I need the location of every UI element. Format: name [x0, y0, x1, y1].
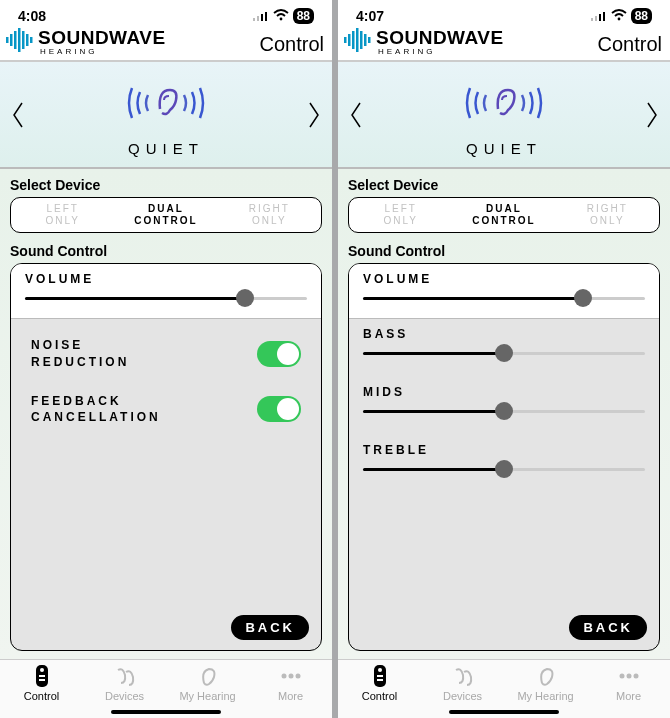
status-icons: 88 — [591, 8, 652, 24]
segment-right-only[interactable]: RIGHT ONLY — [218, 198, 321, 232]
treble-label: TREBLE — [363, 443, 645, 457]
noise-reduction-label: NOISE REDUCTION — [31, 337, 129, 371]
tab-devices-label: Devices — [105, 690, 144, 702]
bass-label: BASS — [363, 327, 645, 341]
page-title: Control — [260, 33, 324, 56]
svg-rect-9 — [22, 31, 25, 49]
tab-control-label: Control — [24, 690, 59, 702]
svg-rect-25 — [348, 34, 351, 46]
device-segmented: LEFT ONLY DUAL CONTROL RIGHT ONLY — [348, 197, 660, 233]
select-device-title: Select Device — [348, 177, 660, 193]
wifi-icon — [273, 8, 289, 24]
tab-more-label: More — [278, 690, 303, 702]
content-area: Select Device LEFT ONLY DUAL CONTROL RIG… — [338, 169, 670, 659]
mode-prev-button[interactable] — [10, 100, 26, 134]
segment-right-only[interactable]: RIGHT ONLY — [556, 198, 659, 232]
svg-rect-29 — [364, 34, 367, 46]
mode-next-button[interactable] — [306, 100, 322, 134]
more-icon — [617, 664, 641, 688]
home-indicator[interactable] — [111, 710, 221, 714]
svg-rect-28 — [360, 31, 363, 49]
tab-hearing-label: My Hearing — [179, 690, 235, 702]
noise-reduction-toggle[interactable] — [257, 341, 301, 367]
hearing-aid-icon — [113, 664, 137, 688]
remote-icon — [35, 664, 49, 688]
svg-rect-10 — [26, 34, 29, 46]
tab-control[interactable]: Control — [338, 664, 421, 702]
tab-more[interactable]: More — [249, 664, 332, 702]
brand-sub: HEARING — [40, 48, 166, 56]
svg-rect-8 — [18, 28, 21, 52]
tab-devices-label: Devices — [443, 690, 482, 702]
ear-mode-icon — [464, 76, 544, 134]
sound-control-title: Sound Control — [10, 243, 322, 259]
svg-rect-5 — [6, 37, 9, 43]
page-title: Control — [598, 33, 662, 56]
battery-badge: 88 — [631, 8, 652, 24]
svg-rect-21 — [599, 14, 601, 21]
volume-slider[interactable] — [363, 288, 645, 308]
status-icons: 88 — [253, 8, 314, 24]
volume-label: VOLUME — [25, 272, 307, 286]
brand-main: SOUNDWAVE — [376, 28, 504, 47]
tab-devices[interactable]: Devices — [421, 664, 504, 702]
volume-slider[interactable] — [25, 288, 307, 308]
segment-left-only[interactable]: LEFT ONLY — [349, 198, 452, 232]
ear-icon — [198, 664, 218, 688]
segment-dual-control[interactable]: DUAL CONTROL — [452, 198, 555, 232]
feedback-cancellation-toggle[interactable] — [257, 396, 301, 422]
brand-main: SOUNDWAVE — [38, 28, 166, 47]
svg-point-23 — [617, 18, 620, 21]
svg-rect-2 — [261, 14, 263, 21]
status-bar: 4:08 88 — [0, 0, 332, 28]
home-indicator[interactable] — [449, 710, 559, 714]
svg-point-35 — [619, 674, 624, 679]
back-button[interactable]: BACK — [569, 615, 647, 640]
logo: SOUNDWAVE HEARING — [344, 28, 504, 56]
remote-icon — [373, 664, 387, 688]
mode-prev-button[interactable] — [348, 100, 364, 134]
mode-banner: QUIET — [338, 62, 670, 169]
cellular-icon — [591, 8, 607, 24]
mids-slider[interactable] — [363, 401, 645, 421]
svg-point-4 — [279, 18, 282, 21]
ear-icon — [536, 664, 556, 688]
status-time: 4:08 — [18, 8, 46, 24]
tab-control-label: Control — [362, 690, 397, 702]
brand-sub: HEARING — [378, 48, 504, 56]
device-segmented: LEFT ONLY DUAL CONTROL RIGHT ONLY — [10, 197, 322, 233]
tab-my-hearing[interactable]: My Hearing — [504, 664, 587, 702]
app-header: SOUNDWAVE HEARING Control — [338, 28, 670, 62]
segment-left-only[interactable]: LEFT ONLY — [11, 198, 114, 232]
tab-more[interactable]: More — [587, 664, 670, 702]
select-device-title: Select Device — [10, 177, 322, 193]
eq-section: BASS MIDS TREBLE — [349, 319, 659, 605]
mids-label: MIDS — [363, 385, 645, 399]
hearing-aid-icon — [451, 664, 475, 688]
svg-point-18 — [295, 674, 300, 679]
treble-slider[interactable] — [363, 459, 645, 479]
content-area: Select Device LEFT ONLY DUAL CONTROL RIG… — [0, 169, 332, 659]
svg-point-37 — [633, 674, 638, 679]
logo-icon — [344, 28, 374, 56]
svg-rect-11 — [30, 37, 33, 43]
svg-rect-3 — [265, 12, 267, 21]
tab-devices[interactable]: Devices — [83, 664, 166, 702]
svg-rect-30 — [368, 37, 371, 43]
volume-label: VOLUME — [363, 272, 645, 286]
tab-control[interactable]: Control — [0, 664, 83, 702]
bass-slider[interactable] — [363, 343, 645, 363]
logo: SOUNDWAVE HEARING — [6, 28, 166, 56]
svg-rect-22 — [603, 12, 605, 21]
svg-rect-26 — [352, 31, 355, 49]
svg-rect-14 — [39, 675, 45, 677]
svg-rect-27 — [356, 28, 359, 52]
more-icon — [279, 664, 303, 688]
back-button[interactable]: BACK — [231, 615, 309, 640]
volume-row: VOLUME — [349, 264, 659, 319]
segment-dual-control[interactable]: DUAL CONTROL — [114, 198, 217, 232]
tab-my-hearing[interactable]: My Hearing — [166, 664, 249, 702]
svg-rect-7 — [14, 31, 17, 49]
mode-next-button[interactable] — [644, 100, 660, 134]
wifi-icon — [611, 8, 627, 24]
